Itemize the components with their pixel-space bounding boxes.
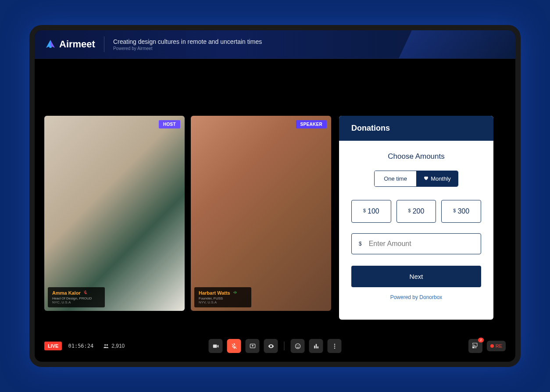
viewer-count: 2,910 xyxy=(103,343,125,349)
currency-symbol: $ xyxy=(359,241,362,247)
cast-button[interactable]: 2 xyxy=(468,339,482,353)
share-screen-button[interactable] xyxy=(246,339,260,353)
next-button[interactable]: Next xyxy=(351,266,481,287)
bottom-toolbar: LIVE 01:56:24 2,910 2 RE xyxy=(35,333,515,362)
record-button[interactable]: RE xyxy=(487,341,506,351)
svg-rect-1 xyxy=(233,292,234,293)
visibility-button[interactable] xyxy=(264,339,278,353)
svg-point-14 xyxy=(334,346,335,347)
participant-location: NYC, U.S.A xyxy=(52,300,100,304)
donation-header: Donations xyxy=(339,116,493,141)
svg-rect-10 xyxy=(314,346,315,348)
live-badge: LIVE xyxy=(44,342,62,350)
powered-by-label: Powered by Donorbox xyxy=(351,294,481,300)
event-title: Creating design cultures in remote and u… xyxy=(113,38,262,45)
frequency-monthly-label: Monthly xyxy=(431,175,451,182)
polls-button[interactable] xyxy=(309,339,323,353)
svg-rect-11 xyxy=(315,344,317,348)
svg-rect-3 xyxy=(236,292,236,293)
svg-rect-2 xyxy=(235,291,235,294)
event-subtitle: Powered by Airmeet xyxy=(113,46,262,51)
frequency-monthly[interactable]: Monthly xyxy=(416,171,458,186)
participant-name: Amma Kalor xyxy=(52,290,81,296)
mic-muted-icon xyxy=(83,290,88,296)
svg-point-5 xyxy=(107,344,108,346)
amount-option-3[interactable]: $300 xyxy=(441,200,481,223)
svg-point-15 xyxy=(334,347,335,349)
amount-option-1[interactable]: $100 xyxy=(351,200,391,223)
amount-option-2[interactable]: $200 xyxy=(396,200,436,223)
participant-title: Head Of Design, PROUD xyxy=(52,296,100,300)
svg-point-8 xyxy=(296,345,297,346)
app-frame: Airmeet Creating design cultures in remo… xyxy=(29,25,521,367)
more-options-button[interactable] xyxy=(328,339,342,353)
cast-badge-count: 2 xyxy=(478,338,483,342)
audio-active-icon xyxy=(233,290,237,296)
svg-point-0 xyxy=(49,46,52,48)
header-divider xyxy=(104,36,104,52)
camera-button[interactable] xyxy=(209,339,223,353)
role-badge-speaker: SPEAKER xyxy=(296,120,327,128)
session-timer: 01:56:24 xyxy=(68,343,93,349)
emoji-button[interactable] xyxy=(291,339,305,353)
heart-icon xyxy=(423,175,429,182)
svg-point-13 xyxy=(334,343,335,345)
toolbar-separator xyxy=(284,342,285,350)
record-label: RE xyxy=(496,343,502,349)
center-controls xyxy=(209,339,342,353)
name-plate: Amma Kalor Head Of Design, PROUD NYC, U.… xyxy=(48,287,105,307)
airmeet-logo-icon xyxy=(45,39,56,50)
role-badge-host: HOST xyxy=(159,120,180,128)
custom-amount-input[interactable] xyxy=(369,240,474,248)
people-icon xyxy=(103,343,109,349)
svg-point-4 xyxy=(104,344,106,346)
mic-mute-button[interactable] xyxy=(227,339,241,353)
name-plate: Harbart Watts Founder, FUSS NYV, U.S.A xyxy=(194,287,251,307)
amount-options: $100 $200 $300 xyxy=(351,200,481,223)
viewer-number: 2,910 xyxy=(111,343,125,349)
participant-name: Harbart Watts xyxy=(199,290,230,296)
svg-rect-12 xyxy=(317,346,318,348)
video-grid: HOST Amma Kalor Head Of Design, PROUD NY… xyxy=(44,116,331,333)
frequency-toggle: One time Monthly xyxy=(374,171,458,187)
video-tile-speaker[interactable]: SPEAKER Harbart Watts Founder, FUSS NYV,… xyxy=(191,116,331,311)
participant-title: Founder, FUSS xyxy=(199,296,247,300)
brand-logo: Airmeet xyxy=(45,39,95,50)
video-tile-host[interactable]: HOST Amma Kalor Head Of Design, PROUD NY… xyxy=(44,116,185,311)
participant-location: NYV, U.S.A xyxy=(199,300,247,304)
record-dot-icon xyxy=(490,344,494,348)
svg-point-9 xyxy=(298,345,299,346)
choose-amounts-label: Choose Amounts xyxy=(351,152,481,161)
header-bar: Airmeet Creating design cultures in remo… xyxy=(35,30,515,59)
custom-amount-field[interactable]: $ xyxy=(351,233,481,254)
header-titles: Creating design cultures in remote and u… xyxy=(113,38,262,51)
svg-point-7 xyxy=(295,343,300,348)
right-controls: 2 RE xyxy=(468,339,506,353)
main-content: HOST Amma Kalor Head Of Design, PROUD NY… xyxy=(35,59,515,333)
frequency-one-time[interactable]: One time xyxy=(375,171,416,186)
brand-name: Airmeet xyxy=(59,39,95,50)
donation-panel: Donations Choose Amounts One time Monthl… xyxy=(339,116,493,320)
